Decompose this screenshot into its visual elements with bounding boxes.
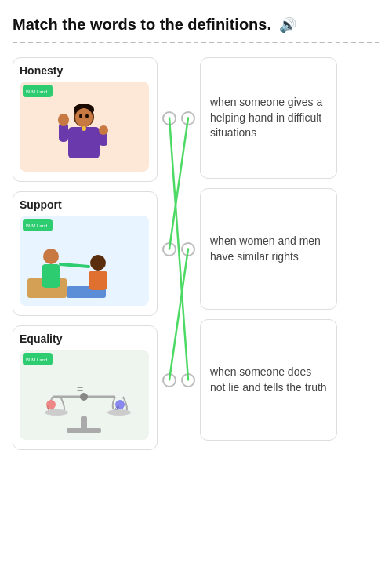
svg-point-19: [43, 249, 59, 264]
right-dots-col: [181, 57, 195, 441]
svg-rect-8: [68, 127, 100, 158]
svg-text:=: =: [77, 383, 83, 395]
honesty-illustration: BLM Land: [20, 82, 149, 172]
left-column: Honesty BLM Land: [13, 57, 158, 450]
svg-point-7: [85, 114, 89, 118]
svg-point-5: [75, 108, 93, 127]
dot-support-right[interactable]: [162, 242, 176, 256]
right-card-def1[interactable]: when someone gives a helping hand in dif…: [200, 57, 337, 179]
support-illustration: BLM Land: [20, 216, 149, 306]
right-column: when someone gives a helping hand in dif…: [200, 57, 337, 441]
page: Match the words to the definitions. 🔊 Ho…: [0, 0, 392, 563]
def3-text: when someone does not lie and tells the …: [210, 365, 327, 395]
svg-point-21: [90, 255, 106, 271]
card-image-honesty: BLM Land: [20, 82, 151, 175]
card-label-equality: Equality: [20, 332, 151, 345]
card-image-equality: BLM Land: [20, 350, 151, 443]
divider: [13, 42, 379, 43]
right-card-def3[interactable]: when someone does not lie and tells the …: [200, 319, 337, 441]
card-label-support: Support: [20, 198, 151, 211]
left-card-equality[interactable]: Equality BLM Land: [13, 325, 158, 450]
header: Match the words to the definitions. 🔊: [13, 16, 379, 34]
dot-honesty-right[interactable]: [162, 111, 176, 125]
svg-point-13: [99, 125, 108, 135]
left-card-support[interactable]: Support BLM Land: [13, 191, 158, 316]
svg-point-6: [79, 114, 82, 118]
svg-rect-20: [42, 264, 60, 288]
svg-text:BLM Land: BLM Land: [26, 358, 47, 362]
dot-def3-left[interactable]: [181, 373, 195, 387]
svg-text:BLM Land: BLM Land: [26, 89, 47, 94]
card-label-honesty: Honesty: [20, 64, 151, 77]
def1-text: when someone gives a helping hand in dif…: [210, 95, 327, 141]
svg-point-11: [58, 114, 69, 126]
equality-illustration: BLM Land: [20, 350, 149, 440]
svg-text:♂: ♂: [114, 403, 120, 412]
svg-point-9: [82, 126, 86, 131]
dot-def1-left[interactable]: [181, 111, 195, 125]
svg-text:♀: ♀: [45, 403, 51, 412]
svg-rect-28: [67, 428, 101, 433]
left-card-honesty[interactable]: Honesty BLM Land: [13, 57, 158, 182]
match-area: Honesty BLM Land: [13, 57, 379, 450]
dot-def2-left[interactable]: [181, 242, 195, 256]
card-image-support: BLM Land: [20, 216, 151, 309]
def2-text: when women and men have similar rights: [210, 234, 327, 264]
speaker-icon[interactable]: 🔊: [279, 16, 296, 34]
left-dots-col: [162, 57, 176, 441]
page-title: Match the words to the definitions.: [13, 16, 271, 34]
svg-text:BLM Land: BLM Land: [26, 223, 47, 228]
dot-equality-right[interactable]: [162, 373, 176, 387]
svg-rect-22: [89, 271, 107, 290]
right-card-def2[interactable]: when women and men have similar rights: [200, 188, 337, 310]
